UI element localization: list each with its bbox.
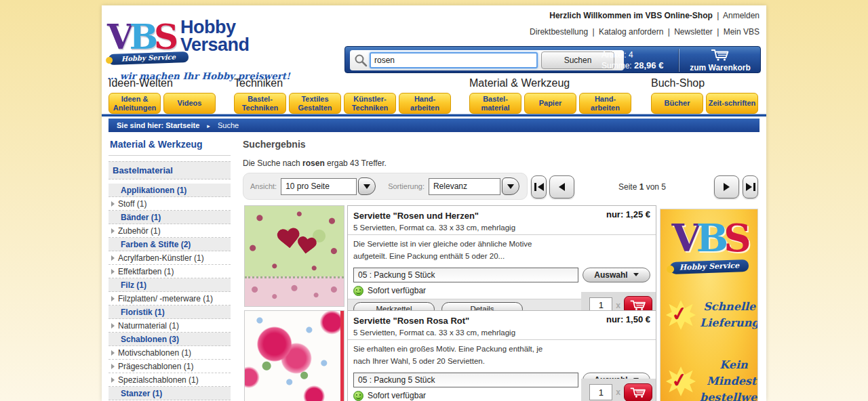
last-page-button[interactable] bbox=[743, 175, 758, 198]
sidebar-item-effektfarben[interactable]: Effektfarben (1) bbox=[108, 265, 231, 278]
per-page-dropdown-button[interactable] bbox=[358, 177, 376, 195]
sidebar-item-acrylfarben[interactable]: Acrylfarben-Künstler (1) bbox=[108, 251, 231, 265]
newsletter-link[interactable]: Newsletter bbox=[674, 27, 713, 37]
sidebar-item-filz[interactable]: Filz (1) bbox=[108, 278, 231, 292]
first-page-icon bbox=[538, 183, 544, 191]
nav-title-ideen-welten: Ideen-Welten bbox=[108, 77, 216, 89]
welcome-text: Herzlich Willkommen im VBS Online-Shop bbox=[549, 11, 713, 20]
sidebar-item-farben-stifte[interactable]: Farben & Stifte (2) bbox=[108, 238, 231, 251]
per-page-value[interactable]: 10 pro Seite bbox=[281, 178, 357, 195]
direktbestellung-link[interactable]: Direktbestellung bbox=[530, 27, 588, 37]
chevron-right-icon bbox=[111, 350, 115, 356]
nav-button-kuenstler-techniken[interactable]: Künstler-Techniken bbox=[344, 93, 396, 114]
vbs-logo[interactable]: VBS Hobby Service Hobby Versand ... wir … bbox=[107, 19, 270, 81]
variant-select[interactable]: 05 : Packung 5 Stück bbox=[353, 268, 578, 282]
sidebar-item-naturmaterial[interactable]: Naturmaterial (1) bbox=[108, 319, 231, 333]
product-title[interactable]: Serviette "Rosen und Herzen" bbox=[353, 211, 479, 221]
nav-group-techniken: Techniken Bastel-Techniken Textiles Gest… bbox=[234, 77, 451, 114]
katalog-anfordern-link[interactable]: Katalog anfordern bbox=[599, 27, 663, 37]
product-title[interactable]: Serviette "Rosen Rosa Rot" bbox=[353, 316, 469, 326]
ansicht-label: Ansicht: bbox=[250, 182, 277, 190]
breadcrumb-home[interactable]: Sie sind hier: Startseite bbox=[117, 121, 199, 129]
search-summary: Die Suche nach rosen ergab 43 Treffer. bbox=[243, 159, 387, 168]
nav-button-ideen-anleitungen[interactable]: Ideen & Anleitungen bbox=[108, 93, 161, 114]
shopping-cart-icon bbox=[710, 49, 730, 61]
breadcrumb-arrow-icon: ▸ bbox=[201, 123, 216, 129]
sortierung-label: Sortierung: bbox=[388, 182, 425, 190]
page-title: Suchergebnis bbox=[243, 139, 306, 150]
mein-vbs-link[interactable]: Mein VBS bbox=[724, 27, 760, 37]
sidebar-item-floristik[interactable]: Floristik (1) bbox=[108, 305, 231, 319]
product-subtitle: 5 Servietten, Format ca. 33 x 33 cm, meh… bbox=[353, 329, 650, 337]
service-links-row: Direktbestellung | Katalog anfordern | N… bbox=[530, 27, 760, 37]
availability-smiley-icon bbox=[353, 286, 363, 296]
next-page-icon bbox=[724, 183, 730, 191]
hobby-service-ribbon: Hobby Service bbox=[108, 51, 189, 65]
search-group: Suchen bbox=[350, 50, 624, 70]
sort-value[interactable]: Relevanz bbox=[429, 178, 500, 195]
prev-page-button[interactable] bbox=[549, 175, 574, 198]
product-card: Serviette "Rosen und Herzen" nur: 1,25 €… bbox=[347, 205, 656, 320]
sort-dropdown[interactable]: Relevanz bbox=[429, 177, 519, 195]
nav-button-buecher[interactable]: Bücher bbox=[651, 93, 703, 114]
sidebar-item-stanzer[interactable]: Stanzer (1) bbox=[108, 387, 231, 400]
prev-page-icon bbox=[559, 183, 565, 191]
sidebar-item-zubehoer[interactable]: Zubehör (1) bbox=[108, 224, 231, 238]
nav-button-handarbeiten[interactable]: Hand-arbeiten bbox=[399, 93, 451, 114]
first-page-button[interactable] bbox=[531, 175, 547, 198]
chevron-down-icon bbox=[507, 184, 514, 189]
shopping-cart-icon bbox=[629, 299, 647, 311]
nav-button-papier[interactable]: Papier bbox=[524, 93, 576, 114]
red-checkmark-icon bbox=[666, 300, 696, 330]
search-input[interactable] bbox=[370, 52, 538, 68]
shop-page: Herzlich Willkommen im VBS Online-Shop |… bbox=[102, 5, 766, 401]
variant-select[interactable]: 05 : Packung 5 Stück bbox=[353, 373, 578, 387]
product-image-rosen-rosa-rot[interactable] bbox=[244, 310, 344, 401]
last-page-icon bbox=[746, 183, 752, 191]
auswahl-button[interactable]: Auswahl bbox=[583, 268, 650, 282]
breadcrumb: Sie sind hier: Startseite ▸ Suche bbox=[108, 119, 760, 132]
nav-title-material-werkzeug: Material & Werkzeug bbox=[469, 77, 631, 89]
sidebar-section-bastelmaterial[interactable]: Bastelmaterial bbox=[108, 161, 231, 180]
per-page-dropdown[interactable]: 10 pro Seite bbox=[281, 177, 376, 195]
chevron-right-icon bbox=[111, 296, 115, 301]
sidebar-item-motivschablonen[interactable]: Motivschablonen (1) bbox=[108, 346, 231, 360]
cart-sum: Summe: 28,96 € bbox=[601, 60, 663, 71]
sidebar-item-stoff[interactable]: Stoff (1) bbox=[108, 197, 231, 211]
nav-button-zeitschriften[interactable]: Zeit-schriften bbox=[706, 93, 758, 114]
availability-text: Sofort verfügbar bbox=[368, 391, 426, 400]
chevron-right-icon bbox=[111, 323, 115, 329]
anmelden-link[interactable]: Anmelden bbox=[723, 11, 760, 20]
availability-smiley-icon bbox=[353, 391, 363, 401]
header-links: Herzlich Willkommen im VBS Online-Shop |… bbox=[530, 11, 760, 43]
nav-button-videos[interactable]: Videos bbox=[163, 93, 216, 114]
sidebar-item-schablonen[interactable]: Schablonen (3) bbox=[108, 333, 231, 346]
next-page-button[interactable] bbox=[714, 175, 739, 198]
chevron-down-icon bbox=[363, 184, 370, 189]
promo-badge-mindestbestellwert: Kein Mindest- bestellwert bbox=[666, 357, 758, 401]
magnifier-icon bbox=[354, 54, 368, 67]
product-price: nur: 1,25 € bbox=[606, 209, 650, 219]
sidebar-item-applikationen[interactable]: Applikationen (1) bbox=[108, 184, 231, 197]
nav-button-bastel-techniken[interactable]: Bastel-Techniken bbox=[234, 93, 286, 114]
sidebar-item-praegeschablonen[interactable]: Prägeschablonen (1) bbox=[108, 360, 231, 373]
sidebar-item-filzplatten[interactable]: Filzplatten/ -meterware (1) bbox=[108, 292, 231, 305]
add-to-cart-button[interactable] bbox=[624, 383, 652, 401]
product-card: Serviette "Rosen Rosa Rot" nur: 1,50 € 5… bbox=[347, 310, 656, 401]
product-image-rosen-und-herzen[interactable] bbox=[244, 205, 344, 307]
buy-box: x bbox=[581, 379, 656, 401]
quantity-input[interactable] bbox=[589, 384, 612, 400]
sort-dropdown-button[interactable] bbox=[502, 177, 519, 195]
cart-summary: Artikel: 4 Summe: 28,96 € bbox=[601, 49, 663, 71]
breadcrumb-current: Suche bbox=[218, 121, 239, 129]
chevron-right-icon bbox=[111, 228, 115, 234]
nav-button-textiles-gestalten[interactable]: Textiles Gestalten bbox=[289, 93, 341, 114]
sidebar-item-spezialschablonen[interactable]: Spezialschablonen (1) bbox=[108, 373, 231, 387]
nav-button-bastelmaterial[interactable]: Bastel-material bbox=[469, 93, 521, 114]
sidebar-item-baender[interactable]: Bänder (1) bbox=[108, 211, 231, 224]
go-to-cart-button[interactable]: zum Warenkorb bbox=[679, 47, 761, 74]
heart-motif bbox=[295, 236, 317, 257]
promo-banner[interactable]: VBS Hobby Service Schnelle Lieferung Kei… bbox=[660, 209, 758, 401]
promo-badge-lieferung: Schnelle Lieferung bbox=[666, 299, 758, 331]
nav-button-handarbeiten-material[interactable]: Hand-arbeiten bbox=[579, 93, 631, 114]
